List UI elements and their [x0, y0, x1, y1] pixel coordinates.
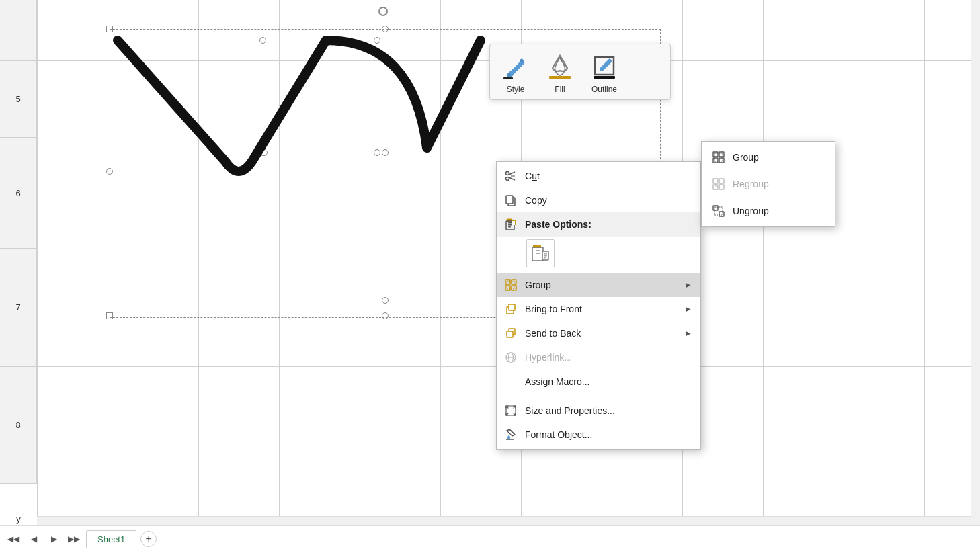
svg-rect-29	[505, 286, 510, 290]
format-icon	[503, 427, 518, 442]
send-back-label: Send to Back	[525, 328, 581, 339]
svg-line-8	[509, 177, 515, 180]
svg-rect-46	[713, 179, 718, 183]
hyperlink-icon	[503, 350, 518, 365]
menu-item-bring-front[interactable]: Bring to Front ►	[497, 297, 700, 321]
sheet-tab-sheet1[interactable]: Sheet1	[86, 530, 136, 548]
submenu-regroup-label: Regroup	[733, 179, 769, 189]
send-back-arrow: ►	[684, 329, 692, 338]
svg-rect-2	[549, 76, 571, 79]
size-properties-label: Size and Properties...	[525, 405, 615, 416]
menu-item-group[interactable]: Group ►	[497, 273, 700, 297]
row-7: 7	[0, 249, 37, 366]
style-label: Style	[507, 85, 525, 94]
row-8: 8	[0, 366, 37, 484]
macro-icon	[503, 374, 518, 389]
svg-rect-4	[594, 76, 615, 79]
svg-rect-27	[505, 280, 510, 284]
sheet-nav-left-skip[interactable]: ◀◀	[5, 531, 22, 547]
rotate-handle[interactable]	[378, 7, 388, 16]
svg-rect-49	[719, 185, 724, 189]
menu-item-size-properties[interactable]: Size and Properties...	[497, 398, 700, 423]
submenu-regroup[interactable]: Regroup	[702, 171, 835, 198]
svg-rect-35	[507, 331, 513, 337]
svg-rect-28	[512, 280, 516, 284]
svg-rect-21	[536, 250, 540, 251]
menu-item-copy[interactable]: Copy	[497, 188, 700, 212]
submenu-ungroup[interactable]: Ungroup	[702, 198, 835, 224]
toolbar-style[interactable]: Style	[500, 51, 531, 94]
toolbar-outline[interactable]: Outline	[589, 51, 620, 94]
svg-rect-51	[719, 212, 724, 216]
menu-item-paste-options: Paste Options:	[497, 212, 700, 237]
hyperlink-label: Hyperlink...	[525, 352, 572, 363]
svg-rect-25	[544, 255, 547, 257]
row-top	[0, 0, 37, 60]
sheet-nav-right-skip[interactable]: ▶▶	[66, 531, 82, 547]
bring-front-arrow: ►	[684, 304, 692, 314]
svg-rect-43	[713, 158, 718, 163]
scissors-icon	[503, 169, 518, 183]
horizontal-scrollbar[interactable]	[37, 516, 971, 525]
menu-item-send-back[interactable]: Send to Back ►	[497, 321, 700, 345]
size-icon	[503, 403, 518, 418]
vertical-scrollbar[interactable]	[971, 0, 980, 525]
submenu-group[interactable]: Group	[702, 144, 835, 171]
ungroup-sub-icon	[711, 204, 726, 218]
svg-point-5	[506, 172, 509, 175]
copy-label: Copy	[525, 195, 547, 206]
regroup-sub-icon	[711, 177, 726, 192]
svg-rect-16	[508, 226, 511, 228]
bring-front-icon	[503, 302, 518, 316]
fill-label: Fill	[555, 85, 565, 94]
group-icon	[503, 278, 518, 292]
svg-rect-1	[503, 77, 513, 79]
svg-rect-42	[719, 152, 724, 157]
paste-button[interactable]	[526, 239, 555, 267]
row-5: 5	[0, 60, 37, 138]
outline-label: Outline	[591, 85, 617, 94]
cell-ref: y	[0, 512, 37, 525]
menu-item-assign-macro[interactable]: Assign Macro...	[497, 370, 700, 394]
menu-item-format-object[interactable]: Format Object...	[497, 423, 700, 447]
svg-rect-41	[713, 152, 718, 157]
shape-drawing[interactable]	[111, 27, 487, 215]
format-object-label: Format Object...	[525, 429, 592, 440]
svg-line-7	[509, 172, 515, 175]
svg-rect-22	[536, 253, 540, 254]
row-6: 6	[0, 138, 37, 249]
copy-icon	[503, 193, 518, 208]
submenu-ungroup-label: Ungroup	[733, 206, 769, 216]
format-toolbar: Style Fill	[489, 44, 671, 100]
svg-rect-52	[714, 207, 723, 215]
sheet-nav-left[interactable]: ◀	[26, 531, 42, 547]
svg-rect-24	[544, 253, 547, 255]
svg-point-0	[507, 73, 511, 77]
menu-item-cut[interactable]: Cut	[497, 164, 700, 188]
spreadsheet: 5 6 7 8 y	[0, 0, 980, 551]
add-sheet-button[interactable]: +	[140, 531, 157, 547]
context-menu: Cut Copy	[496, 161, 701, 450]
svg-point-6	[506, 177, 509, 181]
style-icon	[500, 51, 531, 82]
cut-label: Cut	[525, 171, 540, 181]
svg-rect-33	[509, 304, 515, 310]
group-arrow: ►	[684, 280, 692, 290]
svg-rect-50	[713, 206, 718, 210]
sheet-nav-right[interactable]: ▶	[46, 531, 62, 547]
menu-separator-1	[497, 396, 700, 396]
toolbar-fill[interactable]: Fill	[544, 51, 575, 94]
bring-front-label: Bring to Front	[525, 304, 582, 314]
fill-icon	[544, 51, 575, 82]
paste-options-label: Paste Options:	[525, 219, 591, 230]
svg-rect-47	[719, 179, 724, 183]
svg-rect-44	[719, 158, 724, 163]
submenu-group-label: Group	[733, 152, 759, 163]
sheet-tab-bar: ◀◀ ◀ ▶ ▶▶ Sheet1 +	[0, 525, 980, 551]
svg-rect-11	[506, 196, 513, 204]
paste-header-icon	[503, 217, 518, 232]
svg-rect-18	[512, 221, 515, 225]
outline-icon	[589, 51, 620, 82]
menu-item-hyperlink[interactable]: Hyperlink...	[497, 345, 700, 370]
send-back-icon	[503, 326, 518, 341]
